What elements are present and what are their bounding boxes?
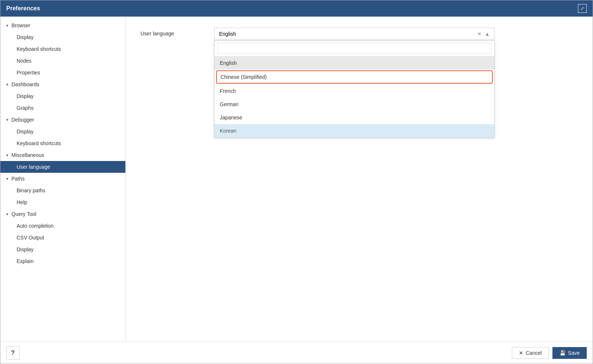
sidebar-section-label: Debugger: [11, 117, 34, 123]
sidebar-section-debugger[interactable]: ▾Debugger: [0, 114, 125, 126]
save-icon: 💾: [559, 350, 566, 356]
dropdown-option-korean[interactable]: Korean: [215, 124, 494, 137]
sidebar-item-debugger-display[interactable]: Display: [0, 126, 125, 137]
user-language-control: English ✕ ▲ EnglishChinese (Simplifi: [214, 28, 578, 40]
sidebar-section-label: Miscellaneous: [11, 152, 44, 158]
sidebar-item-qt-csv-output[interactable]: CSV Output: [0, 232, 125, 244]
chevron-icon: ▾: [6, 118, 8, 122]
sidebar-section-dashboards[interactable]: ▾Dashboards: [0, 78, 125, 90]
dropdown-options: EnglishChinese (Simplified)FrenchGermanJ…: [215, 56, 494, 137]
sidebar-section-browser[interactable]: ▾Browser: [0, 20, 125, 31]
sidebar-item-misc-user-language[interactable]: User language: [0, 161, 125, 173]
dialog-body: ▾BrowserDisplayKeyboard shortcutsNodesPr…: [0, 17, 593, 342]
chevron-icon: ▾: [6, 212, 8, 217]
sidebar-section-label: Dashboards: [11, 81, 39, 87]
sidebar-item-browser-keyboard-shortcuts[interactable]: Keyboard shortcuts: [0, 43, 125, 55]
clear-icon[interactable]: ✕: [477, 31, 482, 37]
main-content: User language English ✕ ▲: [126, 17, 593, 342]
sidebar-section-query-tool[interactable]: ▾Query Tool: [0, 208, 125, 220]
expand-button[interactable]: ⤢: [578, 4, 587, 13]
dropdown-option-japanese[interactable]: Japanese: [215, 111, 494, 124]
dropdown-selected-value[interactable]: English ✕ ▲: [214, 28, 495, 40]
language-dropdown[interactable]: English ✕ ▲ EnglishChinese (Simplifi: [214, 28, 495, 40]
dropdown-search-input[interactable]: [218, 43, 491, 54]
save-button[interactable]: 💾 Save: [552, 347, 587, 359]
cancel-label: Cancel: [526, 350, 542, 356]
dialog-titlebar: Preferences ⤢: [0, 0, 593, 17]
dropdown-actions: ✕ ▲: [477, 31, 490, 37]
save-label: Save: [568, 350, 580, 356]
help-button[interactable]: ?: [6, 346, 20, 360]
dropdown-menu: EnglishChinese (Simplified)FrenchGermanJ…: [214, 40, 495, 138]
sidebar-item-debugger-keyboard-shortcuts[interactable]: Keyboard shortcuts: [0, 137, 125, 149]
sidebar-item-qt-display[interactable]: Display: [0, 244, 125, 255]
sidebar-item-dashboards-display[interactable]: Display: [0, 90, 125, 102]
dialog-title: Preferences: [6, 5, 40, 12]
dropdown-option-english[interactable]: English: [215, 56, 494, 70]
form-row-user-language: User language English ✕ ▲: [141, 28, 578, 40]
cancel-icon: ✕: [519, 350, 523, 356]
sidebar-item-paths-help[interactable]: Help: [0, 196, 125, 208]
chevron-icon: ▾: [6, 176, 8, 181]
footer-right-actions: ✕ Cancel 💾 Save: [512, 347, 587, 359]
chevron-up-icon[interactable]: ▲: [485, 31, 490, 37]
user-language-label: User language: [141, 28, 214, 36]
selected-language-text: English: [219, 31, 236, 37]
cancel-button[interactable]: ✕ Cancel: [512, 347, 549, 359]
sidebar-item-dashboards-graphs[interactable]: Graphs: [0, 102, 125, 114]
chevron-icon: ▾: [6, 23, 8, 28]
sidebar-item-paths-binary[interactable]: Binary paths: [0, 185, 125, 196]
dropdown-option-chinese-simplified[interactable]: Chinese (Simplified): [216, 70, 493, 84]
chevron-icon: ▾: [6, 153, 8, 158]
preferences-dialog: Preferences ⤢ ▾BrowserDisplayKeyboard sh…: [0, 0, 593, 364]
sidebar-section-label: Paths: [11, 176, 25, 182]
sidebar-section-label: Query Tool: [11, 211, 36, 217]
sidebar-section-label: Browser: [11, 22, 30, 28]
sidebar: ▾BrowserDisplayKeyboard shortcutsNodesPr…: [0, 17, 126, 342]
sidebar-item-browser-display[interactable]: Display: [0, 31, 125, 43]
dropdown-search-container: [215, 41, 494, 56]
sidebar-item-browser-nodes[interactable]: Nodes: [0, 55, 125, 67]
sidebar-section-paths[interactable]: ▾Paths: [0, 173, 125, 185]
dropdown-option-french[interactable]: French: [215, 84, 494, 98]
dialog-footer: ? ✕ Cancel 💾 Save: [0, 342, 593, 364]
sidebar-item-qt-auto-completion[interactable]: Auto completion: [0, 220, 125, 232]
sidebar-item-qt-explain[interactable]: Explain: [0, 255, 125, 267]
sidebar-item-browser-properties[interactable]: Properties: [0, 67, 125, 78]
chevron-icon: ▾: [6, 82, 8, 87]
sidebar-section-miscellaneous[interactable]: ▾Miscellaneous: [0, 149, 125, 161]
dropdown-option-german[interactable]: German: [215, 98, 494, 111]
